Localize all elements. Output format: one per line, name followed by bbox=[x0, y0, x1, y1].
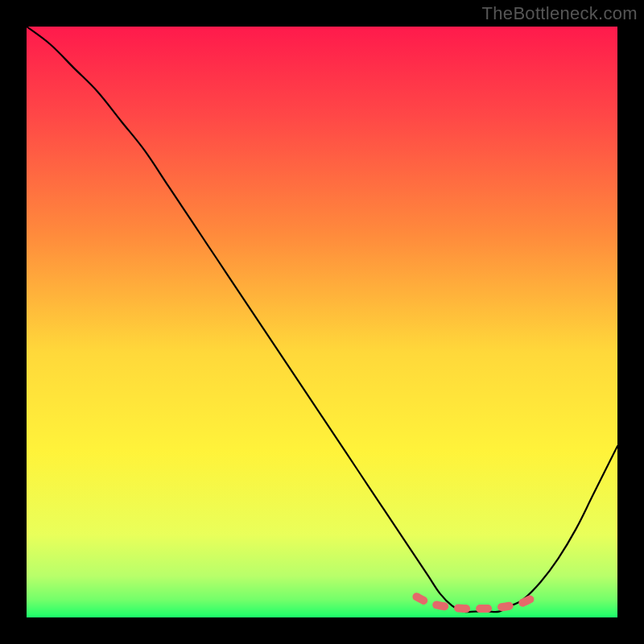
watermark-text: TheBottleneck.com bbox=[482, 3, 638, 24]
plot-area bbox=[27, 27, 617, 617]
chart-svg bbox=[27, 27, 617, 617]
gradient-background bbox=[27, 27, 617, 617]
chart-frame: TheBottleneck.com bbox=[0, 0, 644, 644]
